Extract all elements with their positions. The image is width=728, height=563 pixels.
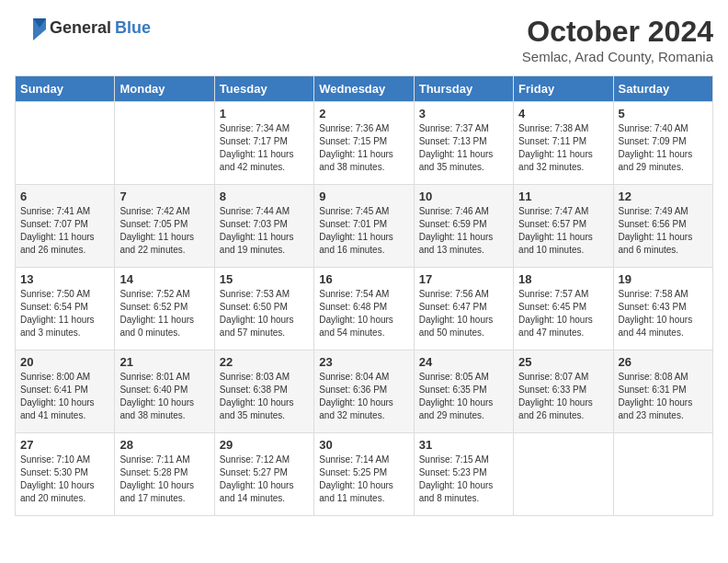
- page-header: GeneralBlue October 2024 Semlac, Arad Co…: [15, 15, 713, 64]
- day-info: Sunrise: 8:00 AMSunset: 6:41 PMDaylight:…: [20, 371, 109, 422]
- col-wednesday: Wednesday: [314, 76, 414, 102]
- calendar-cell: 13Sunrise: 7:50 AMSunset: 6:54 PMDayligh…: [16, 268, 115, 350]
- logo: GeneralBlue: [15, 15, 151, 40]
- calendar-cell: 10Sunrise: 7:46 AMSunset: 6:59 PMDayligh…: [414, 185, 513, 268]
- calendar-cell: 20Sunrise: 8:00 AMSunset: 6:41 PMDayligh…: [16, 350, 115, 433]
- col-sunday: Sunday: [16, 76, 115, 102]
- logo-general: General: [50, 18, 111, 38]
- day-number: 30: [319, 438, 408, 452]
- calendar-cell: 19Sunrise: 7:58 AMSunset: 6:43 PMDayligh…: [613, 268, 712, 350]
- calendar-table: Sunday Monday Tuesday Wednesday Thursday…: [15, 75, 713, 516]
- calendar-header-row: Sunday Monday Tuesday Wednesday Thursday…: [16, 76, 713, 102]
- day-number: 24: [419, 355, 508, 369]
- page-subtitle: Semlac, Arad County, Romania: [522, 49, 713, 64]
- calendar-cell: 6Sunrise: 7:41 AMSunset: 7:07 PMDaylight…: [16, 185, 115, 268]
- calendar-cell: 24Sunrise: 8:05 AMSunset: 6:35 PMDayligh…: [414, 350, 513, 433]
- title-block: October 2024 Semlac, Arad County, Romani…: [522, 15, 713, 64]
- day-info: Sunrise: 8:01 AMSunset: 6:40 PMDaylight:…: [119, 371, 209, 422]
- day-number: 18: [518, 272, 608, 286]
- day-info: Sunrise: 7:57 AMSunset: 6:45 PMDaylight:…: [518, 288, 608, 339]
- day-info: Sunrise: 7:53 AMSunset: 6:50 PMDaylight:…: [220, 288, 309, 339]
- day-info: Sunrise: 7:40 AMSunset: 7:09 PMDaylight:…: [619, 122, 708, 174]
- day-number: 17: [419, 272, 508, 286]
- day-info: Sunrise: 7:50 AMSunset: 6:54 PMDaylight:…: [20, 288, 109, 339]
- logo-blue: Blue: [115, 18, 151, 38]
- day-info: Sunrise: 7:14 AMSunset: 5:25 PMDaylight:…: [319, 454, 408, 505]
- col-monday: Monday: [115, 76, 214, 102]
- day-info: Sunrise: 7:12 AMSunset: 5:27 PMDaylight:…: [220, 454, 309, 505]
- day-info: Sunrise: 7:46 AMSunset: 6:59 PMDaylight:…: [419, 205, 508, 257]
- day-number: 20: [20, 355, 109, 369]
- day-info: Sunrise: 8:04 AMSunset: 6:36 PMDaylight:…: [319, 371, 408, 422]
- day-number: 11: [518, 190, 608, 203]
- col-tuesday: Tuesday: [214, 76, 313, 102]
- day-number: 21: [119, 355, 209, 369]
- day-number: 3: [419, 107, 508, 121]
- logo-icon: [15, 15, 46, 40]
- day-number: 9: [319, 190, 408, 203]
- day-info: Sunrise: 7:56 AMSunset: 6:47 PMDaylight:…: [419, 288, 508, 339]
- calendar-cell: 12Sunrise: 7:49 AMSunset: 6:56 PMDayligh…: [613, 185, 712, 268]
- calendar-cell: 2Sunrise: 7:36 AMSunset: 7:15 PMDaylight…: [314, 102, 414, 185]
- day-number: 8: [220, 190, 309, 203]
- day-number: 16: [319, 272, 408, 286]
- calendar-cell: 21Sunrise: 8:01 AMSunset: 6:40 PMDayligh…: [115, 350, 214, 433]
- day-info: Sunrise: 8:08 AMSunset: 6:31 PMDaylight:…: [619, 371, 708, 422]
- day-number: 22: [220, 355, 309, 369]
- day-number: 14: [119, 272, 209, 286]
- day-number: 23: [319, 355, 408, 369]
- day-number: 28: [119, 438, 209, 452]
- calendar-cell: 27Sunrise: 7:10 AMSunset: 5:30 PMDayligh…: [16, 433, 115, 516]
- calendar-cell: 29Sunrise: 7:12 AMSunset: 5:27 PMDayligh…: [214, 433, 313, 516]
- day-number: 4: [518, 107, 608, 121]
- day-info: Sunrise: 7:58 AMSunset: 6:43 PMDaylight:…: [619, 288, 708, 339]
- day-info: Sunrise: 7:52 AMSunset: 6:52 PMDaylight:…: [119, 288, 209, 339]
- day-info: Sunrise: 8:05 AMSunset: 6:35 PMDaylight:…: [419, 371, 508, 422]
- day-number: 2: [319, 107, 408, 121]
- calendar-week-row: 1Sunrise: 7:34 AMSunset: 7:17 PMDaylight…: [16, 102, 713, 185]
- day-info: Sunrise: 7:36 AMSunset: 7:15 PMDaylight:…: [319, 122, 408, 174]
- day-number: 12: [619, 190, 708, 203]
- calendar-cell: 5Sunrise: 7:40 AMSunset: 7:09 PMDaylight…: [613, 102, 712, 185]
- day-info: Sunrise: 7:34 AMSunset: 7:17 PMDaylight:…: [220, 122, 309, 174]
- calendar-cell: 8Sunrise: 7:44 AMSunset: 7:03 PMDaylight…: [214, 185, 313, 268]
- col-friday: Friday: [514, 76, 613, 102]
- col-thursday: Thursday: [414, 76, 513, 102]
- day-info: Sunrise: 7:44 AMSunset: 7:03 PMDaylight:…: [220, 205, 309, 257]
- day-number: 25: [518, 355, 608, 369]
- calendar-week-row: 20Sunrise: 8:00 AMSunset: 6:41 PMDayligh…: [16, 350, 713, 433]
- calendar-cell: [514, 433, 613, 516]
- calendar-cell: 26Sunrise: 8:08 AMSunset: 6:31 PMDayligh…: [613, 350, 712, 433]
- calendar-cell: 7Sunrise: 7:42 AMSunset: 7:05 PMDaylight…: [115, 185, 214, 268]
- day-info: Sunrise: 7:45 AMSunset: 7:01 PMDaylight:…: [319, 205, 408, 257]
- day-number: 27: [20, 438, 109, 452]
- day-info: Sunrise: 7:38 AMSunset: 7:11 PMDaylight:…: [518, 122, 608, 174]
- calendar-cell: [613, 433, 712, 516]
- day-info: Sunrise: 8:03 AMSunset: 6:38 PMDaylight:…: [220, 371, 309, 422]
- day-number: 15: [220, 272, 309, 286]
- day-info: Sunrise: 7:47 AMSunset: 6:57 PMDaylight:…: [518, 205, 608, 257]
- calendar-cell: 25Sunrise: 8:07 AMSunset: 6:33 PMDayligh…: [514, 350, 613, 433]
- calendar-cell: [115, 102, 214, 185]
- calendar-cell: 22Sunrise: 8:03 AMSunset: 6:38 PMDayligh…: [214, 350, 313, 433]
- calendar-cell: 17Sunrise: 7:56 AMSunset: 6:47 PMDayligh…: [414, 268, 513, 350]
- calendar-week-row: 6Sunrise: 7:41 AMSunset: 7:07 PMDaylight…: [16, 185, 713, 268]
- calendar-cell: 14Sunrise: 7:52 AMSunset: 6:52 PMDayligh…: [115, 268, 214, 350]
- calendar-cell: 15Sunrise: 7:53 AMSunset: 6:50 PMDayligh…: [214, 268, 313, 350]
- calendar-cell: 3Sunrise: 7:37 AMSunset: 7:13 PMDaylight…: [414, 102, 513, 185]
- day-info: Sunrise: 8:07 AMSunset: 6:33 PMDaylight:…: [518, 371, 608, 422]
- day-number: 29: [220, 438, 309, 452]
- calendar-cell: 16Sunrise: 7:54 AMSunset: 6:48 PMDayligh…: [314, 268, 414, 350]
- calendar-cell: 18Sunrise: 7:57 AMSunset: 6:45 PMDayligh…: [514, 268, 613, 350]
- day-number: 6: [20, 190, 109, 203]
- calendar-cell: 4Sunrise: 7:38 AMSunset: 7:11 PMDaylight…: [514, 102, 613, 185]
- day-info: Sunrise: 7:37 AMSunset: 7:13 PMDaylight:…: [419, 122, 508, 174]
- day-number: 31: [419, 438, 508, 452]
- calendar-cell: 9Sunrise: 7:45 AMSunset: 7:01 PMDaylight…: [314, 185, 414, 268]
- day-number: 13: [20, 272, 109, 286]
- day-info: Sunrise: 7:10 AMSunset: 5:30 PMDaylight:…: [20, 454, 109, 505]
- calendar-cell: 23Sunrise: 8:04 AMSunset: 6:36 PMDayligh…: [314, 350, 414, 433]
- day-info: Sunrise: 7:42 AMSunset: 7:05 PMDaylight:…: [119, 205, 209, 257]
- day-number: 1: [220, 107, 309, 121]
- day-number: 26: [619, 355, 708, 369]
